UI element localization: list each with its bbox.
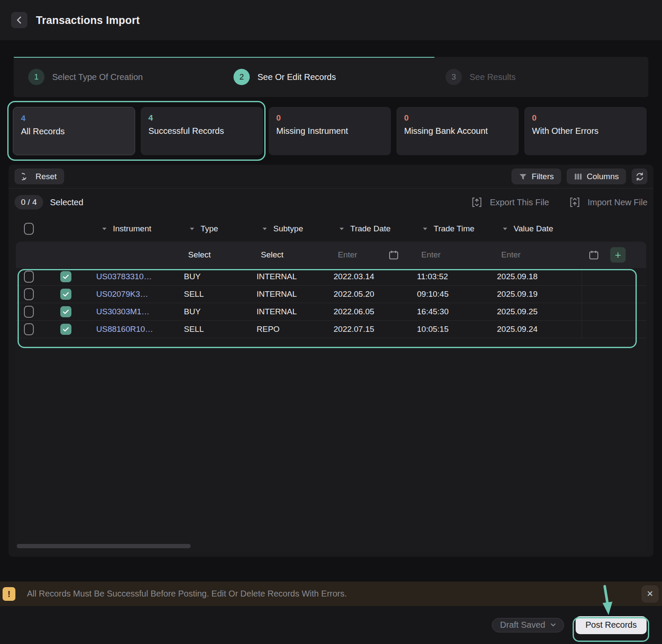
filters-button[interactable]: Filters <box>511 168 561 184</box>
value-date-cell[interactable]: 2025.09.18 <box>497 272 582 281</box>
row-included-checkbox[interactable] <box>60 306 71 317</box>
row-included-checkbox[interactable] <box>60 324 71 335</box>
card-with-other-errors[interactable]: 0 With Other Errors <box>524 107 647 155</box>
calendar-icon[interactable] <box>388 250 399 260</box>
subtype-cell[interactable]: REPO <box>257 325 334 334</box>
import-new-file-button[interactable]: Import New File <box>570 197 647 208</box>
select-all-checkbox[interactable] <box>24 223 34 235</box>
value-date-cell[interactable]: 2025.09.19 <box>497 290 582 299</box>
add-record-button[interactable]: + <box>610 247 626 263</box>
trade-date-filter-input[interactable]: Enter <box>338 250 357 260</box>
column-label: Type <box>201 224 218 233</box>
selected-count-badge: 0 / 4 <box>15 195 43 210</box>
card-label: Successful Records <box>148 126 255 136</box>
trade-time-cell[interactable]: 10:05:15 <box>417 325 497 334</box>
trade-time-filter-input[interactable]: Enter <box>417 250 497 260</box>
trade-date-cell[interactable]: 2022.07.15 <box>334 325 417 334</box>
chevron-down-icon[interactable] <box>339 227 345 231</box>
column-label: Trade Time <box>434 224 474 233</box>
row-checkbox[interactable] <box>24 306 34 318</box>
horizontal-scrollbar[interactable] <box>17 544 191 548</box>
reset-icon <box>22 172 31 181</box>
type-cell[interactable]: BUY <box>184 307 257 316</box>
draft-saved-button[interactable]: Draft Saved <box>492 618 564 632</box>
page-title: Transactions Import <box>36 14 140 27</box>
type-cell[interactable]: BUY <box>184 272 257 281</box>
card-missing-instrument[interactable]: 0 Missing Instrument <box>269 107 391 155</box>
chevron-down-icon[interactable] <box>101 227 107 231</box>
import-new-file-label: Import New File <box>588 198 647 207</box>
value-date-cell[interactable]: 2025.09.25 <box>497 307 582 316</box>
subtype-cell[interactable]: INTERNAL <box>257 307 334 316</box>
table-header-row: Instrument Type Subtype Trade Date Trade… <box>9 216 653 242</box>
trade-time-cell[interactable]: 11:03:52 <box>417 272 497 281</box>
instrument-link[interactable]: US88160R10… <box>96 325 184 334</box>
step-label: See Or Edit Records <box>257 72 336 82</box>
column-label: Subtype <box>273 224 303 233</box>
column-header-trade-date[interactable]: Trade Date <box>334 224 417 233</box>
table-row[interactable]: US02079K3… SELL INTERNAL 2022.05.20 09:1… <box>16 286 646 303</box>
table-row[interactable]: US30303M1… BUY INTERNAL 2022.06.05 16:45… <box>16 303 646 321</box>
card-all-records[interactable]: 4 All Records <box>13 107 135 155</box>
footer-action-bar: Draft Saved Post Records <box>0 606 662 644</box>
value-date-filter-input[interactable]: Enter <box>497 250 582 260</box>
step-label: Select Type Of Creation <box>52 72 143 82</box>
column-header-type[interactable]: Type <box>184 224 257 233</box>
instrument-link[interactable]: US03783310… <box>96 272 184 281</box>
type-filter-select[interactable]: Select <box>184 250 257 260</box>
subtype-filter-select[interactable]: Select <box>257 250 334 260</box>
calendar-icon[interactable] <box>588 250 599 260</box>
table-toolbar: Reset Filters Columns <box>9 165 653 189</box>
row-checkbox[interactable] <box>24 323 34 335</box>
refresh-icon <box>635 172 644 181</box>
export-this-file-button[interactable]: Export This File <box>472 197 549 208</box>
row-checkbox[interactable] <box>24 271 34 283</box>
selected-label: Selected <box>50 198 83 207</box>
subtype-cell[interactable]: INTERNAL <box>257 272 334 281</box>
chevron-down-icon[interactable] <box>189 227 195 231</box>
subtype-cell[interactable]: INTERNAL <box>257 290 334 299</box>
chevron-down-icon[interactable] <box>422 227 428 231</box>
table-row[interactable]: US88160R10… SELL REPO 2022.07.15 10:05:1… <box>16 321 646 338</box>
instrument-link[interactable]: US02079K3… <box>96 290 184 299</box>
step-select-type[interactable]: 1 Select Type Of Creation <box>28 69 143 85</box>
column-header-subtype[interactable]: Subtype <box>257 224 334 233</box>
column-header-value-date[interactable]: Value Date <box>497 224 582 233</box>
card-label: Missing Bank Account <box>404 126 511 136</box>
column-label: Instrument <box>113 224 151 233</box>
trade-date-cell[interactable]: 2022.06.05 <box>334 307 417 316</box>
chevron-down-icon[interactable] <box>262 227 268 231</box>
warning-message: All Records Must Be Successful Before Po… <box>27 589 347 599</box>
type-cell[interactable]: SELL <box>184 325 257 334</box>
column-header-instrument[interactable]: Instrument <box>96 224 184 233</box>
row-checkbox[interactable] <box>24 288 34 300</box>
instrument-link[interactable]: US30303M1… <box>96 307 184 316</box>
chevron-down-icon <box>550 623 556 627</box>
value-date-cell[interactable]: 2025.09.24 <box>497 325 582 334</box>
table-row[interactable]: US03783310… BUY INTERNAL 2022.03.14 11:0… <box>16 268 646 286</box>
column-header-trade-time[interactable]: Trade Time <box>417 224 497 233</box>
row-included-checkbox[interactable] <box>60 289 71 300</box>
reset-button[interactable]: Reset <box>15 168 64 184</box>
type-cell[interactable]: SELL <box>184 290 257 299</box>
columns-button[interactable]: Columns <box>567 168 626 184</box>
refresh-button[interactable] <box>632 168 647 184</box>
reset-label: Reset <box>35 172 57 181</box>
card-successful-records[interactable]: 4 Successful Records <box>141 107 263 155</box>
trade-time-cell[interactable]: 09:10:45 <box>417 290 497 299</box>
post-records-button[interactable]: Post Records <box>576 616 647 634</box>
step-see-results[interactable]: 3 See Results <box>446 69 516 85</box>
trade-time-cell[interactable]: 16:45:30 <box>417 307 497 316</box>
trade-date-cell[interactable]: 2022.05.20 <box>334 290 417 299</box>
card-missing-bank-account[interactable]: 0 Missing Bank Account <box>396 107 519 155</box>
close-warning-button[interactable]: ✕ <box>641 585 659 603</box>
card-label: All Records <box>21 127 127 136</box>
warning-banner: ! All Records Must Be Successful Before … <box>0 582 662 606</box>
trade-date-cell[interactable]: 2022.03.14 <box>334 272 417 281</box>
row-included-checkbox[interactable] <box>60 271 71 282</box>
back-button[interactable] <box>11 12 27 28</box>
step-see-or-edit-records[interactable]: 2 See Or Edit Records <box>233 69 336 85</box>
columns-label: Columns <box>587 172 619 181</box>
card-count: 0 <box>276 113 383 123</box>
chevron-down-icon[interactable] <box>502 227 508 231</box>
